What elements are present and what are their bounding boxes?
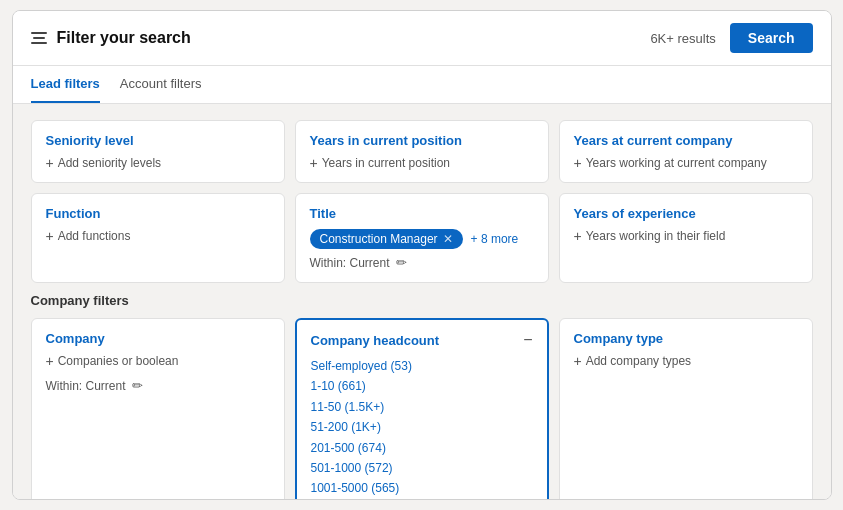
add-function[interactable]: + Add functions [46, 229, 270, 243]
company-type-filter-card: Company type + Add company types [559, 318, 813, 499]
plus-icon: + [46, 156, 54, 170]
lead-filters-row2: Function + Add functions Title Construct… [31, 193, 813, 283]
results-count: 6K+ results [650, 31, 715, 46]
add-seniority[interactable]: + Add seniority levels [46, 156, 270, 170]
page-title: Filter your search [57, 29, 191, 47]
lead-filters-row1: Seniority level + Add seniority levels Y… [31, 120, 813, 183]
filter-icon[interactable] [31, 32, 47, 44]
headcount-title: Company headcount [311, 333, 440, 348]
title-tag-row: Construction Manager ✕ + 8 more [310, 229, 534, 249]
headcount-filter-card: Company headcount − Self-employed (53) 1… [295, 318, 549, 499]
content-area: Seniority level + Add seniority levels Y… [13, 104, 831, 499]
plus-icon: + [574, 156, 582, 170]
plus-icon: + [574, 354, 582, 368]
headcount-item-11-50[interactable]: 11-50 (1.5K+) [311, 397, 533, 417]
header-left: Filter your search [31, 29, 191, 47]
company-type-title: Company type [574, 331, 798, 346]
title-card-title: Title [310, 206, 534, 221]
plus-icon: + [574, 229, 582, 243]
headcount-item-self-employed[interactable]: Self-employed (53) [311, 356, 533, 376]
add-years-experience[interactable]: + Years working in their field [574, 229, 798, 243]
plus-icon: + [46, 229, 54, 243]
more-link[interactable]: + 8 more [471, 232, 519, 246]
header-right: 6K+ results Search [650, 23, 812, 53]
add-company-type[interactable]: + Add company types [574, 354, 798, 368]
seniority-filter-card: Seniority level + Add seniority levels [31, 120, 285, 183]
headcount-list: Self-employed (53) 1-10 (661) 11-50 (1.5… [311, 356, 533, 499]
headcount-item-501-1000[interactable]: 501-1000 (572) [311, 458, 533, 478]
function-title: Function [46, 206, 270, 221]
seniority-title: Seniority level [46, 133, 270, 148]
headcount-collapse-button[interactable]: − [523, 332, 532, 348]
tab-lead-filters[interactable]: Lead filters [31, 66, 100, 103]
years-experience-title: Years of experience [574, 206, 798, 221]
years-position-title: Years in current position [310, 133, 534, 148]
years-company-filter-card: Years at current company + Years working… [559, 120, 813, 183]
headcount-header: Company headcount − [311, 332, 533, 348]
headcount-item-51-200[interactable]: 51-200 (1K+) [311, 417, 533, 437]
add-years-company[interactable]: + Years working at current company [574, 156, 798, 170]
construction-manager-tag[interactable]: Construction Manager ✕ [310, 229, 463, 249]
title-filter-card: Title Construction Manager ✕ + 8 more Wi… [295, 193, 549, 283]
plus-icon: + [310, 156, 318, 170]
company-filters-grid: Company + Companies or boolean Within: C… [31, 318, 813, 499]
headcount-item-1001-5000[interactable]: 1001-5000 (565) [311, 478, 533, 498]
modal-container: Filter your search 6K+ results Search Le… [12, 10, 832, 500]
add-company[interactable]: + Companies or boolean [46, 354, 270, 368]
headcount-item-1-10[interactable]: 1-10 (661) [311, 376, 533, 396]
years-position-filter-card: Years in current position + Years in cur… [295, 120, 549, 183]
search-button[interactable]: Search [730, 23, 813, 53]
modal-header: Filter your search 6K+ results Search [13, 11, 831, 66]
tab-account-filters[interactable]: Account filters [120, 66, 202, 103]
tab-bar: Lead filters Account filters [13, 66, 831, 104]
years-company-title: Years at current company [574, 133, 798, 148]
company-within-row: Within: Current ✏ [46, 378, 270, 393]
headcount-item-201-500[interactable]: 201-500 (674) [311, 438, 533, 458]
company-section: Company filters Company + Companies or b… [31, 293, 813, 499]
years-experience-filter-card: Years of experience + Years working in t… [559, 193, 813, 283]
company-title: Company [46, 331, 270, 346]
tag-remove-icon[interactable]: ✕ [443, 232, 453, 246]
title-edit-icon[interactable]: ✏ [396, 255, 407, 270]
company-filter-card: Company + Companies or boolean Within: C… [31, 318, 285, 499]
title-within-row: Within: Current ✏ [310, 255, 534, 270]
add-years-position[interactable]: + Years in current position [310, 156, 534, 170]
company-section-label: Company filters [31, 293, 813, 308]
company-edit-icon[interactable]: ✏ [132, 378, 143, 393]
plus-icon: + [46, 354, 54, 368]
function-filter-card: Function + Add functions [31, 193, 285, 283]
